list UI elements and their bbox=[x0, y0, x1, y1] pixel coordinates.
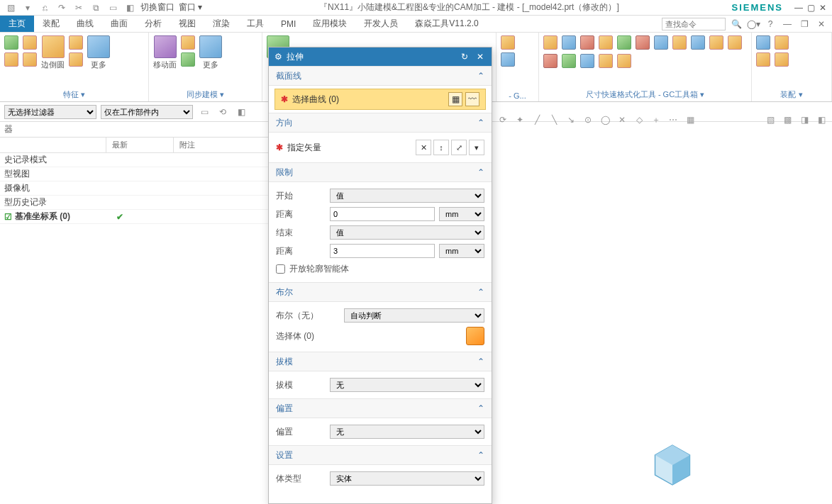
section-header-direction[interactable]: 方向⌃ bbox=[269, 113, 492, 133]
feature-icon[interactable] bbox=[69, 35, 83, 50]
gc-tool-icon[interactable] bbox=[691, 35, 705, 50]
tab-render[interactable]: 渲染 bbox=[204, 16, 238, 32]
qat-icon[interactable]: ▾ bbox=[21, 1, 34, 14]
feature-icon[interactable] bbox=[23, 35, 37, 50]
gc-tool-icon[interactable] bbox=[543, 54, 558, 68]
section-header-boolean[interactable]: 布尔⌃ bbox=[269, 282, 492, 302]
curve-rule-icon[interactable]: 〰 bbox=[465, 92, 479, 106]
gc-tool-icon[interactable] bbox=[617, 35, 631, 50]
vector-tool-icon[interactable]: ↕ bbox=[433, 140, 449, 155]
start-type-select[interactable]: 值 bbox=[330, 189, 484, 203]
gc-tool-icon[interactable] bbox=[636, 35, 650, 50]
more-icon[interactable] bbox=[87, 35, 110, 58]
command-search-input[interactable] bbox=[662, 18, 726, 30]
filter-tool-icon[interactable]: ◧ bbox=[234, 106, 248, 118]
feature-icon[interactable] bbox=[69, 52, 83, 67]
filter-tool-icon[interactable]: ⟲ bbox=[216, 106, 230, 118]
view-tool-icon[interactable]: ▩ bbox=[781, 113, 794, 126]
feature-icon[interactable] bbox=[23, 52, 37, 67]
sync-icon[interactable] bbox=[181, 52, 195, 67]
tab-analysis[interactable]: 分析 bbox=[136, 16, 170, 32]
asm-icon[interactable] bbox=[756, 35, 770, 50]
select-curve-row[interactable]: ✱ 选择曲线 (0) ▦ 〰 bbox=[274, 89, 486, 110]
end-type-select[interactable]: 值 bbox=[330, 225, 484, 240]
feature-icon[interactable] bbox=[4, 35, 18, 50]
window-menu-button[interactable]: 窗口 ▾ bbox=[179, 1, 202, 14]
open-profile-checkbox[interactable] bbox=[276, 264, 285, 274]
tab-tools[interactable]: 工具 bbox=[238, 16, 272, 32]
view-tool-icon[interactable]: ⟳ bbox=[497, 113, 509, 126]
sketch-section-icon[interactable]: ▦ bbox=[448, 92, 462, 106]
gc-tool-icon[interactable] bbox=[654, 35, 668, 50]
view-tool-icon[interactable]: ✕ bbox=[616, 113, 628, 126]
boolean-select[interactable]: 自动判断 bbox=[344, 308, 484, 323]
vector-tool-icon[interactable]: ✕ bbox=[416, 140, 431, 155]
selection-filter-select[interactable]: 无选择过滤器 bbox=[4, 105, 96, 119]
gc-tool-icon[interactable] bbox=[728, 35, 742, 50]
view-tool-icon[interactable]: ◨ bbox=[798, 113, 811, 126]
section-header-settings[interactable]: 设置⌃ bbox=[269, 445, 492, 465]
tab-surface[interactable]: 曲面 bbox=[102, 16, 136, 32]
view-tool-icon[interactable]: ▦ bbox=[684, 113, 697, 126]
tree-row[interactable]: 型视图 bbox=[0, 167, 270, 181]
unit-select[interactable]: mm bbox=[439, 207, 484, 221]
section-header-curve[interactable]: 截面线⌃ bbox=[269, 66, 492, 86]
gc-tool-icon[interactable] bbox=[580, 35, 594, 50]
gc-tool-icon[interactable] bbox=[562, 35, 576, 50]
help-dropdown-icon[interactable]: ◯▾ bbox=[747, 18, 760, 30]
tab-view[interactable]: 视图 bbox=[170, 16, 204, 32]
more-icon[interactable] bbox=[199, 35, 222, 58]
tab-curve[interactable]: 曲线 bbox=[68, 16, 102, 32]
tree-row[interactable]: 型历史记录 bbox=[0, 196, 270, 210]
tree-row[interactable]: 摄像机 bbox=[0, 181, 270, 196]
close-button[interactable]: ✕ bbox=[819, 3, 826, 13]
view-tool-icon[interactable]: ◇ bbox=[633, 113, 645, 126]
tab-appmodule[interactable]: 应用模块 bbox=[304, 16, 355, 32]
move-face-icon[interactable] bbox=[154, 35, 177, 58]
help-icon[interactable]: ? bbox=[764, 18, 777, 30]
tab-assembly[interactable]: 装配 bbox=[34, 16, 68, 32]
asm-icon[interactable] bbox=[775, 35, 789, 50]
inner-restore-button[interactable]: ❐ bbox=[798, 18, 811, 30]
tab-pmi[interactable]: PMI bbox=[272, 16, 304, 32]
filter-tool-icon[interactable]: ▭ bbox=[197, 106, 211, 118]
gc-tool-icon[interactable] bbox=[543, 35, 558, 50]
section-header-limits[interactable]: 限制⌃ bbox=[269, 162, 492, 182]
view-tool-icon[interactable]: ⋯ bbox=[667, 113, 680, 126]
asm-icon[interactable] bbox=[756, 52, 770, 67]
qat-icon[interactable]: ◧ bbox=[123, 1, 136, 14]
qat-icon[interactable]: ⎌ bbox=[38, 1, 51, 14]
view-tool-icon[interactable]: ✦ bbox=[514, 113, 526, 126]
gc-tool-icon[interactable] bbox=[599, 35, 613, 50]
close-icon[interactable]: ✕ bbox=[475, 52, 486, 62]
tab-home[interactable]: 主页 bbox=[0, 16, 34, 32]
scope-filter-select[interactable]: 仅在工作部件内 bbox=[101, 105, 193, 119]
view-tool-icon[interactable]: ↘ bbox=[565, 113, 577, 126]
switch-window-button[interactable]: 切换窗口 bbox=[140, 1, 174, 14]
view-tool-icon[interactable]: ╱ bbox=[531, 113, 543, 126]
vector-dropdown-icon[interactable]: ▾ bbox=[469, 140, 484, 155]
gc-tool-icon[interactable] bbox=[562, 54, 576, 68]
unit-select[interactable]: mm bbox=[439, 244, 484, 258]
qat-icon[interactable]: ▧ bbox=[4, 1, 17, 14]
edge-blend-icon[interactable] bbox=[42, 35, 65, 58]
gc-tool-icon[interactable] bbox=[617, 54, 631, 68]
qat-icon[interactable]: ✂ bbox=[72, 1, 85, 14]
tree-row[interactable]: 史记录模式 bbox=[0, 153, 270, 167]
end-distance-input[interactable] bbox=[330, 244, 435, 258]
qat-icon[interactable]: ▭ bbox=[106, 1, 119, 14]
vector-tool-icon[interactable]: ⤢ bbox=[451, 140, 467, 155]
view-tool-icon[interactable]: ▧ bbox=[764, 113, 777, 126]
qat-icon[interactable]: ⧉ bbox=[89, 1, 102, 14]
inner-close-button[interactable]: ✕ bbox=[815, 18, 828, 30]
refresh-icon[interactable]: ↻ bbox=[459, 52, 470, 62]
qat-icon[interactable]: ↷ bbox=[55, 1, 68, 14]
gc-tool-icon[interactable] bbox=[599, 54, 613, 68]
asm-icon[interactable] bbox=[775, 52, 789, 67]
tab-dev[interactable]: 开发人员 bbox=[355, 16, 406, 32]
search-icon[interactable]: 🔍 bbox=[730, 18, 743, 30]
gc-tool-icon[interactable] bbox=[672, 35, 687, 50]
select-body-button[interactable] bbox=[466, 327, 484, 345]
view-tool-icon[interactable]: ◧ bbox=[815, 113, 828, 126]
inner-minimize-button[interactable]: — bbox=[781, 18, 794, 30]
